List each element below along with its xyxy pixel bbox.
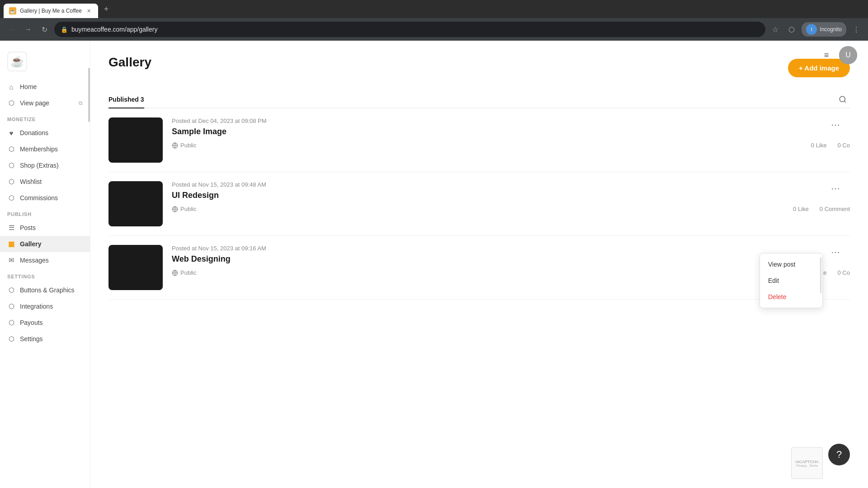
shop-icon: ⬡ xyxy=(7,161,15,169)
address-bar[interactable]: 🔒 buymeacoffee.com/app/gallery xyxy=(54,22,765,37)
gallery-item-stats: 0 Like 0 Comment xyxy=(793,206,850,212)
external-link-icon: ⧉ xyxy=(79,100,83,106)
visibility-label: Public xyxy=(180,206,196,212)
sidebar-item-label: Shop (Extras) xyxy=(20,162,59,169)
sidebar-item-settings[interactable]: ⬡ Settings xyxy=(0,331,90,347)
main-content: ≡ U Gallery + Add image Published 3 xyxy=(90,41,868,488)
gallery-icon: ▦ xyxy=(7,240,15,248)
address-text: buymeacoffee.com/app/gallery xyxy=(71,26,759,33)
gallery-item-meta: Public 0 Like 0 Comment xyxy=(172,206,850,212)
sidebar-item-label: Wishlist xyxy=(20,178,42,185)
posts-icon: ☰ xyxy=(7,224,15,232)
sidebar-item-label: Home xyxy=(20,83,37,90)
sidebar-item-view-page[interactable]: ⬡ View page ⧉ xyxy=(0,95,90,111)
item-more-button[interactable]: ⋯ xyxy=(828,117,843,132)
gallery-item-stats: 0 Like 0 Co xyxy=(811,142,850,149)
sidebar-item-home[interactable]: ⌂ Home xyxy=(0,79,90,95)
sidebar-item-buttons-graphics[interactable]: ⬡ Buttons & Graphics xyxy=(0,282,90,298)
page-title: Gallery xyxy=(108,55,151,70)
context-edit[interactable]: Edit xyxy=(760,272,822,289)
sidebar-item-label: Messages xyxy=(20,257,49,264)
gallery-item-title: UI Redesign xyxy=(172,191,850,200)
sidebar-item-messages[interactable]: ✉ Messages xyxy=(0,252,90,268)
sidebar-item-integrations[interactable]: ⬡ Integrations xyxy=(0,298,90,314)
settings-icon: ⬡ xyxy=(7,335,15,343)
sidebar-item-label: Buttons & Graphics xyxy=(20,286,75,294)
context-menu: View post Edit Delete xyxy=(760,253,823,308)
svg-line-1 xyxy=(844,101,845,102)
tab-favicon: ☕ xyxy=(9,7,16,14)
visibility-label: Public xyxy=(180,269,196,276)
more-options-icon[interactable]: ⋮ xyxy=(850,23,863,36)
sidebar-item-posts[interactable]: ☰ Posts xyxy=(0,220,90,236)
sidebar-item-donations[interactable]: ♥ Donations xyxy=(0,125,90,141)
back-button[interactable]: ← xyxy=(5,23,18,36)
app-logo: ☕ xyxy=(0,48,90,79)
help-button[interactable]: ? xyxy=(828,444,850,465)
profile-button[interactable]: I Incognito xyxy=(802,22,846,37)
home-icon: ⌂ xyxy=(7,83,15,91)
context-menu-scrollbar xyxy=(820,257,821,293)
active-tab[interactable]: ☕ Gallery | Buy Me a Coffee ✕ xyxy=(4,4,98,18)
profile-label: Incognito xyxy=(820,26,842,33)
lock-icon: 🔒 xyxy=(61,26,68,33)
tab-close-button[interactable]: ✕ xyxy=(85,7,93,14)
sidebar-item-memberships[interactable]: ⬡ Memberships xyxy=(0,141,90,157)
gallery-list: Posted at Dec 04, 2023 at 09:08 PM Sampl… xyxy=(108,108,850,300)
search-button[interactable] xyxy=(835,92,850,107)
sidebar-item-label: View page xyxy=(20,99,49,107)
visibility-badge: Public xyxy=(172,269,196,276)
bookmark-icon[interactable]: ☆ xyxy=(769,23,782,36)
gallery-tabs: Published 3 xyxy=(108,91,850,108)
new-tab-button[interactable]: + xyxy=(100,3,113,15)
recaptcha-widget: reCAPTCHA Privacy - Terms xyxy=(791,447,823,479)
wishlist-icon: ⬡ xyxy=(7,178,15,186)
sidebar: ☕ ⌂ Home ⬡ View page ⧉ MONETIZE ♥ Donati… xyxy=(0,41,90,488)
sidebar-item-payouts[interactable]: ⬡ Payouts xyxy=(0,314,90,331)
user-avatar-button[interactable]: U xyxy=(839,46,857,64)
sidebar-item-commissions[interactable]: ⬡ Commissions xyxy=(0,190,90,206)
sidebar-item-label: Posts xyxy=(20,224,36,231)
extensions-icon[interactable]: ⬡ xyxy=(785,23,798,36)
gallery-item-meta: Public 0 Like 0 Co xyxy=(172,142,850,149)
sidebar-scrollbar-thumb[interactable] xyxy=(88,68,90,122)
gallery-item-info: Posted at Dec 04, 2023 at 09:08 PM Sampl… xyxy=(172,117,850,149)
gallery-item-date: Posted at Nov 15, 2023 at 09:48 AM xyxy=(172,181,850,188)
item-more-button[interactable]: ⋯ xyxy=(828,245,843,259)
item-more-button[interactable]: ⋯ xyxy=(828,181,843,196)
sidebar-item-gallery[interactable]: ▦ Gallery xyxy=(0,236,90,252)
gallery-item-meta: Public 0 Like 0 Co xyxy=(172,269,850,276)
gallery-thumbnail xyxy=(108,181,163,226)
integrations-icon: ⬡ xyxy=(7,302,15,310)
gallery-item: Posted at Nov 15, 2023 at 09:48 AM UI Re… xyxy=(108,172,850,236)
forward-button[interactable]: → xyxy=(22,23,34,36)
gallery-item-info: Posted at Nov 15, 2023 at 09:16 AM Web D… xyxy=(172,245,850,276)
gallery-item-date: Posted at Nov 15, 2023 at 09:16 AM xyxy=(172,245,850,252)
gallery-item-title: Web Designing xyxy=(172,254,850,264)
reload-button[interactable]: ↻ xyxy=(38,23,51,36)
gallery-item: Posted at Dec 04, 2023 at 09:08 PM Sampl… xyxy=(108,108,850,172)
sidebar-item-label: Commissions xyxy=(20,194,58,202)
sidebar-item-wishlist[interactable]: ⬡ Wishlist xyxy=(0,174,90,190)
sidebar-item-shop-extras[interactable]: ⬡ Shop (Extras) xyxy=(0,157,90,174)
comment-count: 0 Co xyxy=(838,142,850,149)
sidebar-item-label: Payouts xyxy=(20,319,43,326)
payouts-icon: ⬡ xyxy=(7,319,15,327)
visibility-badge: Public xyxy=(172,142,196,149)
messages-icon: ✉ xyxy=(7,256,15,264)
comment-count: 0 Comment xyxy=(820,206,850,212)
context-view-post[interactable]: View post xyxy=(760,256,822,272)
gallery-item-info: Posted at Nov 15, 2023 at 09:48 AM UI Re… xyxy=(172,181,850,212)
page-header: Gallery + Add image xyxy=(108,55,850,80)
view-page-icon: ⬡ xyxy=(7,99,15,107)
buttons-icon: ⬡ xyxy=(7,286,15,294)
tab-title: Gallery | Buy Me a Coffee xyxy=(20,8,82,14)
hamburger-button[interactable]: ≡ xyxy=(819,48,834,62)
sidebar-item-label: Memberships xyxy=(20,145,58,153)
context-delete[interactable]: Delete xyxy=(760,289,822,305)
section-monetize: MONETIZE xyxy=(0,111,90,125)
visibility-label: Public xyxy=(180,142,196,149)
svg-point-0 xyxy=(840,96,845,102)
tab-published[interactable]: Published 3 xyxy=(108,91,144,108)
like-count: 0 Like xyxy=(811,142,827,149)
